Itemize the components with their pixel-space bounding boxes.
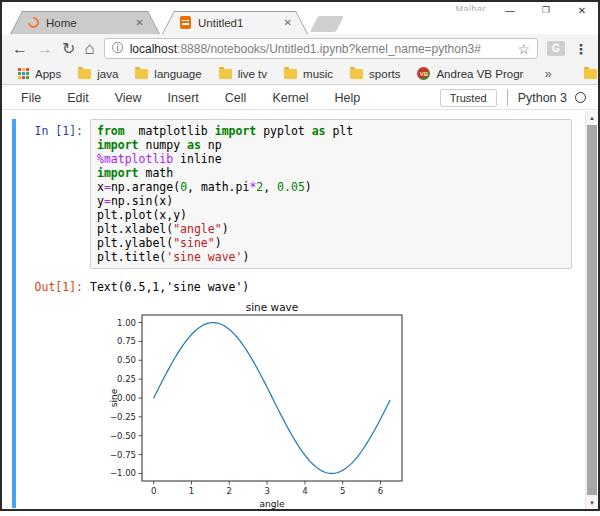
address-bar[interactable]: ⓘ localhost:8888/notebooks/Untitled1.ipy… xyxy=(104,38,538,59)
code-line: plt.title('sine wave') xyxy=(97,250,565,264)
apps-grid-icon xyxy=(18,68,29,79)
notebook-favicon-icon xyxy=(180,16,191,29)
bookmark-label: music xyxy=(303,68,333,80)
code-line: plt.xlabel("angle") xyxy=(97,222,565,236)
scrollbar-thumb[interactable] xyxy=(587,125,597,495)
bookmark-label: Andrea VB Programm xyxy=(436,68,524,80)
bookmark-folders: javalanguagelive tvmusicsports xyxy=(72,68,406,80)
svg-text:angle: angle xyxy=(260,499,285,509)
trusted-button[interactable]: Trusted xyxy=(440,89,497,107)
code-editor[interactable]: from matplotlib import pyplot as pltimpo… xyxy=(90,119,572,269)
output-prompt: Out[1]: xyxy=(18,279,90,294)
tab-untitled1[interactable]: Untitled1 ✕ xyxy=(162,11,308,34)
menu-insert[interactable]: Insert xyxy=(155,91,212,105)
svg-text:−0.75: −0.75 xyxy=(110,450,136,460)
minimize-button[interactable]: — xyxy=(504,5,516,16)
folder-icon xyxy=(284,69,297,79)
cell-output-row: Out[1]: Text(0.5,1,'sine wave') xyxy=(18,279,572,294)
forward-icon[interactable]: → xyxy=(37,41,53,57)
svg-text:5: 5 xyxy=(340,486,345,496)
notebook-menubar: FileEditViewInsertCellKernelHelp Trusted… xyxy=(2,86,598,110)
bookmark-label: sports xyxy=(369,68,400,80)
svg-text:3: 3 xyxy=(264,486,269,496)
menu-kernel[interactable]: Kernel xyxy=(259,91,321,105)
svg-text:6: 6 xyxy=(378,486,383,496)
code-line: %matplotlib inline xyxy=(97,152,565,166)
bookmark-label: live tv xyxy=(238,68,267,80)
tab-home[interactable]: Home ✕ xyxy=(10,11,160,34)
code-line: import numpy as np xyxy=(97,138,565,152)
folder-icon xyxy=(135,69,148,79)
tab-close-icon[interactable]: ✕ xyxy=(136,17,144,28)
code-line: y=np.sin(x) xyxy=(97,194,565,208)
tab-label: Untitled1 xyxy=(198,17,277,29)
notebook-area: In [1]: from matplotlib import pyplot as… xyxy=(2,111,598,509)
plot-output: 01234561.000.750.500.250.00−0.25−0.50−0.… xyxy=(97,302,572,511)
window-controls: — ❐ ✕ xyxy=(504,5,588,16)
home-icon[interactable]: ⌂ xyxy=(84,40,94,57)
bookmark-folder-language[interactable]: language xyxy=(129,68,207,80)
cell-input-row: In [1]: from matplotlib import pyplot as… xyxy=(18,119,572,269)
folder-icon xyxy=(219,69,232,79)
folder-icon xyxy=(350,69,363,79)
extension-badge[interactable]: G xyxy=(547,41,565,56)
folder-icon xyxy=(584,69,597,79)
svg-text:−0.25: −0.25 xyxy=(110,412,136,422)
new-tab-button[interactable] xyxy=(310,16,344,32)
tab-close-icon[interactable]: ✕ xyxy=(284,17,292,28)
menu-cell[interactable]: Cell xyxy=(212,91,260,105)
svg-text:1.00: 1.00 xyxy=(117,318,136,328)
svg-text:1: 1 xyxy=(189,486,194,496)
svg-text:4: 4 xyxy=(302,486,307,496)
svg-text:0.25: 0.25 xyxy=(117,374,136,384)
svg-text:sine wave: sine wave xyxy=(246,302,299,313)
bookmark-folder-sports[interactable]: sports xyxy=(344,68,406,80)
reload-icon[interactable]: ↻ xyxy=(62,41,75,57)
menu-help[interactable]: Help xyxy=(322,91,374,105)
url-text[interactable]: localhost:8888/notebooks/Untitled1.ipynb… xyxy=(130,42,512,56)
svg-text:−1.00: −1.00 xyxy=(110,468,136,478)
svg-text:2: 2 xyxy=(227,486,232,496)
url-path: :8888/notebooks/Untitled1.ipynb?kernel_n… xyxy=(177,42,481,56)
menu-file[interactable]: File xyxy=(8,91,54,105)
browser-toolbar: ← → ↻ ⌂ ⓘ localhost:8888/notebooks/Untit… xyxy=(2,34,598,63)
kernel-status-icon xyxy=(575,92,586,103)
code-line: import math xyxy=(97,166,565,180)
browser-menu-icon[interactable]: ⋮ xyxy=(574,41,588,57)
tab-label: Home xyxy=(46,17,129,29)
apps-shortcut[interactable]: Apps xyxy=(12,68,67,80)
bookmark-folder-live-tv[interactable]: live tv xyxy=(213,68,273,80)
apps-label: Apps xyxy=(35,68,61,80)
bookmark-folder-java[interactable]: java xyxy=(72,68,124,80)
other-bookmarks[interactable]: Other bookmarks xyxy=(578,68,600,80)
browser-window: Malhar — ❐ ✕ Home ✕ Untitled1 ✕ ← → xyxy=(0,0,600,511)
code-line: plt.plot(x,y) xyxy=(97,208,565,222)
scroll-up-icon[interactable]: ▲ xyxy=(586,111,598,124)
bookmark-label: java xyxy=(97,68,118,80)
folder-icon xyxy=(78,69,91,79)
page-scrollbar[interactable]: ▲ ▼ xyxy=(585,111,598,509)
output-text: Text(0.5,1,'sine wave') xyxy=(90,279,249,294)
bookmarks-overflow-icon[interactable]: » xyxy=(540,66,555,81)
kernel-separator xyxy=(507,89,508,106)
andreavb-favicon-icon: VB xyxy=(417,67,430,80)
menu-edit[interactable]: Edit xyxy=(54,91,102,105)
code-line: from matplotlib import pyplot as plt xyxy=(97,124,565,138)
code-cell[interactable]: In [1]: from matplotlib import pyplot as… xyxy=(18,119,572,511)
menu-view[interactable]: View xyxy=(102,91,155,105)
bookmark-andreavb[interactable]: VB Andrea VB Programm xyxy=(411,67,530,80)
maximize-button[interactable]: ❐ xyxy=(540,5,552,16)
notebook-menus: FileEditViewInsertCellKernelHelp xyxy=(8,91,373,105)
back-icon[interactable]: ← xyxy=(12,41,28,57)
scroll-down-icon[interactable]: ▼ xyxy=(586,496,598,509)
svg-text:sine: sine xyxy=(109,388,119,407)
svg-text:0.00: 0.00 xyxy=(117,393,136,403)
bookmark-star-icon[interactable]: ☆ xyxy=(517,41,530,57)
bookmark-folder-music[interactable]: music xyxy=(278,68,339,80)
svg-text:0.75: 0.75 xyxy=(117,336,136,346)
close-button[interactable]: ✕ xyxy=(576,5,588,16)
page-info-icon[interactable]: ⓘ xyxy=(112,40,124,57)
bookmarks-bar: Apps javalanguagelive tvmusicsports VB A… xyxy=(2,63,598,85)
url-host: localhost xyxy=(130,42,177,56)
input-prompt: In [1]: xyxy=(18,119,90,269)
